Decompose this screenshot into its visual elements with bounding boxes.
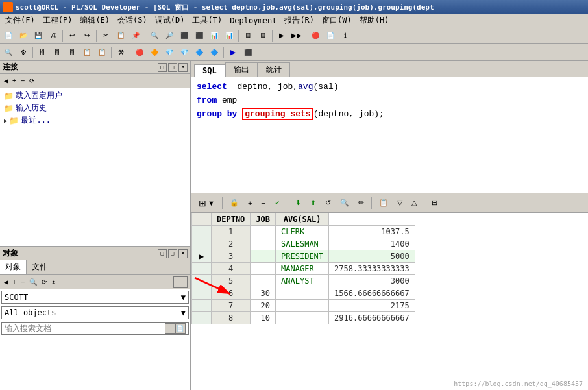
toolbar-b7[interactable]: 🖥 xyxy=(241,29,255,43)
toolbar2-b5[interactable]: 🗄 xyxy=(65,45,79,60)
conn-btn-close[interactable]: × xyxy=(178,63,188,72)
toolbar-redo[interactable]: ↪ xyxy=(80,29,94,43)
toolbar-b1[interactable]: 🔍 xyxy=(147,29,162,43)
tab-sql[interactable]: SQL xyxy=(194,64,225,77)
tab-output[interactable]: 输出 xyxy=(225,62,258,77)
tab-file[interactable]: 文件 xyxy=(27,260,53,274)
result-del-btn[interactable]: − xyxy=(258,196,268,210)
menu-session[interactable]: 会话(S) xyxy=(114,14,151,27)
toolbar-b4[interactable]: ⬛ xyxy=(192,29,206,43)
result-grid-arrow[interactable]: ▼ xyxy=(208,199,215,207)
toolbar-save[interactable]: 💾 xyxy=(31,29,45,43)
toolbar2-b10[interactable]: 🔶 xyxy=(147,45,162,60)
result-down-btn[interactable]: ⬇ xyxy=(292,196,304,210)
result-grid-btn[interactable]: ⊞ ▼ xyxy=(195,196,218,210)
toolbar2-b11[interactable]: 💎 xyxy=(162,45,177,60)
obj-btn-close[interactable]: × xyxy=(178,249,188,258)
search-input[interactable] xyxy=(5,324,165,333)
result-tri2-btn[interactable]: △ xyxy=(408,196,420,210)
menu-project[interactable]: 工程(P) xyxy=(39,14,77,27)
data-table-wrapper[interactable]: DEPTNO JOB AVG(SAL) 1CLERK1037.52SALESMA… xyxy=(191,213,588,390)
result-pencil-btn[interactable]: ✏ xyxy=(355,196,367,210)
tree-item-recent[interactable]: ▶ 📁 最近... xyxy=(1,114,189,127)
row-avg-sal: 2916.66666666667 xyxy=(329,312,415,324)
search-btn[interactable]: ... xyxy=(165,323,175,334)
result-extra-btn[interactable]: ⊟ xyxy=(428,196,441,210)
obj-view-btn[interactable] xyxy=(173,276,188,288)
obj-back[interactable]: ◀ xyxy=(3,278,9,286)
menu-deployment[interactable]: Deployment xyxy=(226,16,280,26)
conn-refresh[interactable]: ⟳ xyxy=(28,77,36,85)
toolbar-b13[interactable]: ℹ xyxy=(338,29,352,43)
obj-add[interactable]: + xyxy=(11,278,18,286)
toolbar2-b9[interactable]: 🔴 xyxy=(132,45,147,60)
row-deptno: 10 xyxy=(251,312,276,324)
toolbar2-b4[interactable]: 🗄 xyxy=(50,45,64,60)
toolbar-paste[interactable]: 📌 xyxy=(129,29,143,43)
menu-file[interactable]: 文件(F) xyxy=(1,14,39,27)
obj-remove[interactable]: − xyxy=(19,278,26,286)
obj-find[interactable]: 🔍 xyxy=(28,278,38,286)
result-add-btn[interactable]: + xyxy=(245,196,255,210)
toolbar-b3[interactable]: ⬛ xyxy=(177,29,191,43)
tab-stats[interactable]: 统计 xyxy=(258,62,290,77)
toolbar-b6[interactable]: 📊 xyxy=(222,29,236,43)
data-table: DEPTNO JOB AVG(SAL) 1CLERK1037.52SALESMA… xyxy=(191,213,415,324)
result-tri1-btn[interactable]: ▽ xyxy=(394,196,406,210)
obj-btn-restore[interactable]: □ xyxy=(158,249,167,258)
toolbar-copy[interactable]: 📋 xyxy=(114,29,128,43)
menu-window[interactable]: 窗口(W) xyxy=(318,14,356,27)
toolbar2-b8[interactable]: ⚒ xyxy=(114,45,128,60)
toolbar-b5[interactable]: 📊 xyxy=(207,29,221,43)
result-ok-btn[interactable]: ✓ xyxy=(271,196,284,210)
toolbar2-b3[interactable]: 🗄 xyxy=(35,45,49,60)
conn-btn-restore[interactable]: □ xyxy=(158,63,167,72)
row-avg-sal: 1037.5 xyxy=(329,226,415,238)
conn-remove[interactable]: − xyxy=(19,77,26,85)
toolbar2-b1[interactable]: 🔍 xyxy=(1,45,16,60)
schema-dropdown[interactable]: SCOTT ▼ xyxy=(1,291,189,304)
conn-add[interactable]: + xyxy=(11,77,18,85)
search-go-btn[interactable]: 📄 xyxy=(175,323,186,334)
menu-report[interactable]: 报告(R) xyxy=(280,14,318,27)
toolbar-b11[interactable]: 🔴 xyxy=(308,29,323,43)
conn-back[interactable]: ◀ xyxy=(3,77,9,85)
toolbar2-b7[interactable]: 📋 xyxy=(95,45,109,60)
result-refresh-btn[interactable]: ↺ xyxy=(322,196,334,210)
tab-object[interactable]: 对象 xyxy=(0,260,27,274)
toolbar-new[interactable]: 📄 xyxy=(1,29,16,43)
toolbar-b10[interactable]: ▶▶ xyxy=(289,29,304,43)
toolbar-undo[interactable]: ↩ xyxy=(65,29,79,43)
toolbar2-b6[interactable]: 📋 xyxy=(80,45,94,60)
result-lock-btn[interactable]: 🔒 xyxy=(227,196,242,210)
sql-editor[interactable]: select deptno, job,avg(sal) from emp gro… xyxy=(191,77,588,193)
toolbar-b2[interactable]: 🔎 xyxy=(162,29,177,43)
conn-btn-max[interactable]: □ xyxy=(168,63,177,72)
obj-sort[interactable]: ↕ xyxy=(50,278,56,286)
menu-help[interactable]: 帮助(H) xyxy=(356,14,393,27)
obj-btn-max[interactable]: □ xyxy=(168,249,177,258)
toolbar2-b12[interactable]: 💎 xyxy=(177,45,191,60)
menu-edit[interactable]: 编辑(E) xyxy=(76,14,114,27)
tree-item-history[interactable]: 📁 输入历史 xyxy=(1,102,189,114)
toolbar-open[interactable]: 📂 xyxy=(16,29,31,43)
toolbar-b9[interactable]: ▶ xyxy=(275,29,289,43)
toolbar2-b14[interactable]: 🔷 xyxy=(207,45,221,60)
result-up-btn[interactable]: ⬆ xyxy=(307,196,319,210)
toolbar2-b13[interactable]: 🔷 xyxy=(192,45,206,60)
toolbar-b12[interactable]: 📄 xyxy=(323,29,337,43)
toolbar-cut[interactable]: ✂ xyxy=(99,29,113,43)
obj-refresh[interactable]: ⟳ xyxy=(40,278,48,286)
folder-icon-history: 📁 xyxy=(4,104,14,113)
tree-item-load[interactable]: 📁 载入固定用户 xyxy=(1,90,189,102)
result-copy2-btn[interactable]: 📋 xyxy=(376,196,391,210)
toolbar2-run[interactable]: ▶ xyxy=(226,45,240,60)
filter-dropdown[interactable]: All objects ▼ xyxy=(1,306,189,319)
toolbar2-b2[interactable]: ⚙ xyxy=(16,45,31,60)
toolbar2-stop[interactable]: ⬛ xyxy=(241,45,255,60)
toolbar-print[interactable]: 🖨 xyxy=(46,29,60,43)
result-filter-btn[interactable]: 🔍 xyxy=(337,196,352,210)
menu-debug[interactable]: 调试(D) xyxy=(151,14,189,27)
toolbar-b8[interactable]: 🖥 xyxy=(256,29,270,43)
menu-tools[interactable]: 工具(T) xyxy=(188,14,226,27)
